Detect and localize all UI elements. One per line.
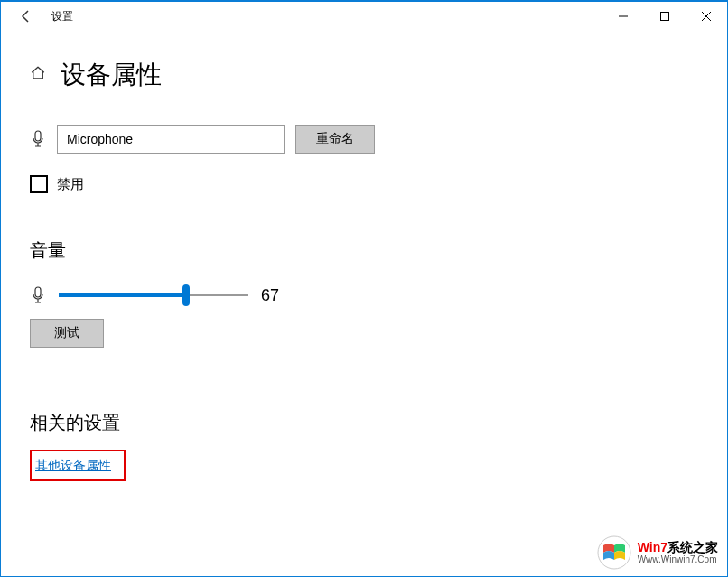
disable-checkbox[interactable]	[30, 175, 48, 193]
titlebar: 设置	[1, 2, 727, 31]
disable-row: 禁用	[30, 175, 698, 193]
svg-rect-1	[661, 13, 669, 21]
page-header: 设备属性	[30, 58, 698, 92]
watermark-logo-icon	[596, 535, 632, 571]
device-name-row: 重命名	[30, 125, 698, 154]
maximize-button[interactable]	[644, 2, 686, 31]
related-section-title: 相关的设置	[30, 411, 698, 435]
microphone-icon	[30, 286, 46, 304]
link-highlight-box: 其他设备属性	[30, 450, 126, 481]
device-name-input[interactable]	[57, 125, 285, 154]
home-icon[interactable]	[30, 65, 46, 86]
other-device-properties-link[interactable]: 其他设备属性	[35, 458, 111, 472]
watermark-brand: Win7系统之家	[638, 541, 718, 554]
close-button[interactable]	[686, 2, 727, 31]
volume-slider[interactable]	[59, 284, 248, 306]
test-button[interactable]: 测试	[30, 319, 104, 348]
watermark-url: Www.Winwin7.Com	[638, 554, 718, 564]
svg-rect-4	[35, 131, 41, 141]
volume-section-title: 音量	[30, 238, 698, 263]
svg-rect-5	[35, 287, 41, 297]
slider-thumb[interactable]	[182, 284, 190, 306]
microphone-icon	[30, 130, 46, 148]
rename-button[interactable]: 重命名	[295, 125, 375, 154]
window-title: 设置	[51, 9, 73, 24]
slider-fill	[59, 293, 186, 297]
back-button[interactable]	[8, 2, 44, 31]
page-title: 设备属性	[61, 58, 162, 92]
watermark: Win7系统之家 Www.Winwin7.Com	[596, 535, 718, 571]
disable-label: 禁用	[57, 176, 84, 193]
volume-value: 67	[261, 286, 279, 305]
content-area: 设备属性 重命名 禁用 音量 67 测试 相关的设置 其他设备属性	[1, 31, 727, 499]
volume-slider-row: 67	[30, 284, 698, 306]
minimize-button[interactable]	[602, 2, 644, 31]
window-controls	[602, 2, 727, 31]
